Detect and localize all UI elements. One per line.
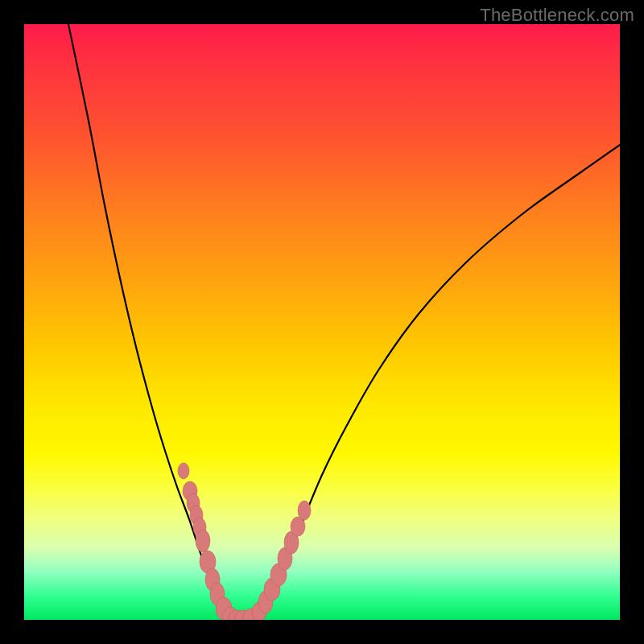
marker-point xyxy=(298,501,311,520)
marker-cluster xyxy=(178,463,311,620)
marker-point xyxy=(178,463,189,479)
watermark-text: TheBottleneck.com xyxy=(480,5,634,26)
chart-frame: TheBottleneck.com xyxy=(0,0,644,644)
plot-area xyxy=(24,24,620,620)
marker-point xyxy=(196,530,210,552)
curve-svg xyxy=(24,24,620,620)
bottleneck-curve xyxy=(68,24,620,619)
